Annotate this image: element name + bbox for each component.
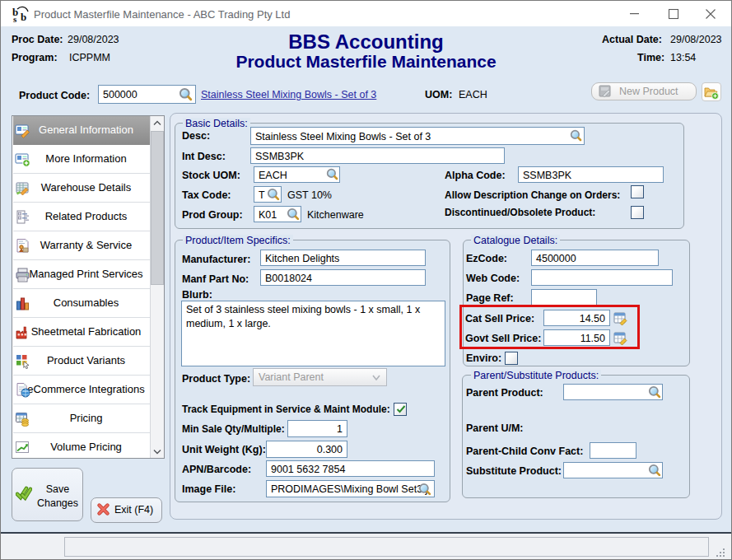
svg-text:s: s: [13, 14, 17, 23]
svg-text:b: b: [21, 11, 26, 23]
